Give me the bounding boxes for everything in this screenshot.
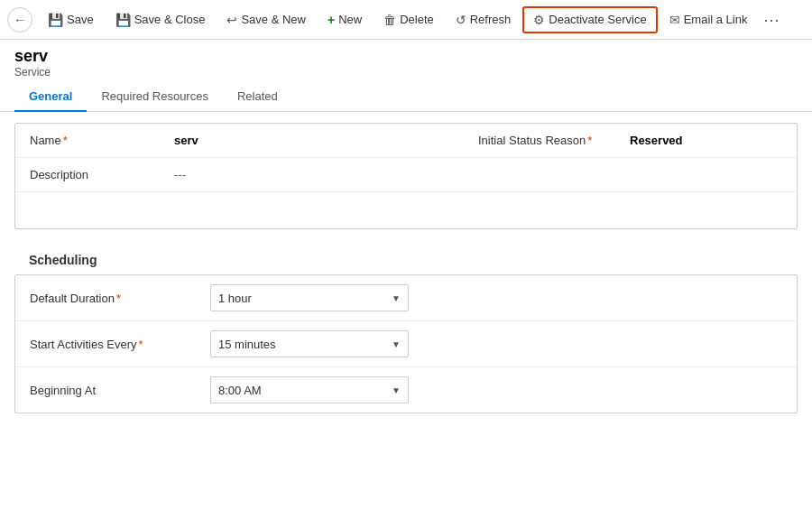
tabs: General Required Resources Related: [0, 82, 812, 112]
page-subtitle: Service: [14, 66, 798, 79]
scheduling-section: Scheduling Default Duration* 1 hour ▼ St…: [14, 242, 798, 413]
page-header: serv Service: [0, 40, 812, 82]
form-spacer: [15, 192, 797, 228]
default-duration-label: Default Duration*: [30, 292, 210, 305]
tab-general[interactable]: General: [14, 82, 87, 112]
scheduling-title: Scheduling: [14, 242, 798, 274]
beginning-at-row: Beginning At 8:00 AM ▼: [15, 367, 797, 413]
tab-related[interactable]: Related: [223, 82, 292, 112]
page-title: serv: [14, 47, 798, 66]
deactivate-button[interactable]: ⚙ Deactivate Service: [522, 6, 657, 33]
save-icon: 💾: [48, 13, 63, 27]
refresh-button[interactable]: ↺ Refresh: [446, 7, 521, 32]
start-activities-row: Start Activities Every* 15 minutes ▼: [15, 321, 797, 367]
start-activities-label: Start Activities Every*: [30, 338, 210, 351]
beginning-at-label: Beginning At: [30, 384, 210, 397]
new-icon: +: [328, 13, 335, 27]
delete-label: Delete: [400, 13, 434, 26]
new-button[interactable]: + New: [318, 7, 372, 32]
initial-status-label: Initial Status Reason*: [478, 134, 623, 147]
initial-status-value: Reserved: [630, 134, 683, 147]
new-label: New: [338, 13, 362, 26]
start-activities-dropdown-icon: ▼: [392, 339, 401, 349]
save-new-icon: ↩: [226, 13, 237, 27]
delete-icon: 🗑: [383, 13, 396, 27]
default-duration-dropdown-icon: ▼: [392, 293, 401, 303]
more-icon: ⋯: [763, 10, 780, 30]
start-activities-value: 15 minutes: [218, 338, 276, 351]
default-duration-row: Default Duration* 1 hour ▼: [15, 275, 797, 321]
general-form-section: Name* serv Initial Status Reason* Reserv…: [14, 123, 798, 229]
refresh-label: Refresh: [470, 13, 512, 26]
more-options-button[interactable]: ⋯: [759, 7, 784, 32]
start-activities-select[interactable]: 15 minutes ▼: [210, 330, 409, 357]
email-link-button[interactable]: ✉ Email a Link: [660, 7, 758, 32]
email-icon: ✉: [669, 13, 680, 27]
save-label: Save: [67, 13, 94, 26]
delete-button[interactable]: 🗑 Delete: [374, 7, 444, 32]
scheduling-form: Default Duration* 1 hour ▼ Start Activit…: [14, 274, 798, 413]
refresh-icon: ↺: [456, 13, 466, 27]
tab-required-resources[interactable]: Required Resources: [87, 82, 223, 112]
description-row: Description ---: [15, 158, 797, 192]
save-close-button[interactable]: 💾 Save & Close: [106, 7, 216, 32]
main-content: Name* serv Initial Status Reason* Reserv…: [0, 112, 812, 503]
back-icon: ←: [14, 13, 26, 27]
beginning-at-value: 8:00 AM: [218, 384, 262, 397]
back-button[interactable]: ←: [7, 7, 32, 32]
save-new-button[interactable]: ↩ Save & New: [217, 7, 316, 32]
email-link-label: Email a Link: [684, 13, 748, 26]
name-field-label: Name*: [30, 134, 174, 147]
deactivate-label: Deactivate Service: [549, 13, 646, 26]
deactivate-icon: ⚙: [533, 13, 545, 27]
toolbar: ← 💾 Save 💾 Save & Close ↩ Save & New + N…: [0, 0, 812, 40]
default-duration-select[interactable]: 1 hour ▼: [210, 284, 409, 311]
initial-status-right: Initial Status Reason* Reserved: [478, 134, 782, 147]
beginning-at-select[interactable]: 8:00 AM ▼: [210, 376, 409, 403]
beginning-at-dropdown-icon: ▼: [392, 385, 401, 395]
save-close-icon: 💾: [115, 13, 131, 27]
default-duration-value: 1 hour: [218, 292, 252, 305]
name-field-value: serv: [174, 134, 478, 147]
name-row: Name* serv Initial Status Reason* Reserv…: [15, 124, 797, 158]
save-button[interactable]: 💾 Save: [38, 7, 104, 32]
description-value: ---: [174, 168, 782, 181]
save-close-label: Save & Close: [134, 13, 206, 26]
description-label: Description: [30, 168, 174, 181]
save-new-label: Save & New: [241, 13, 306, 26]
